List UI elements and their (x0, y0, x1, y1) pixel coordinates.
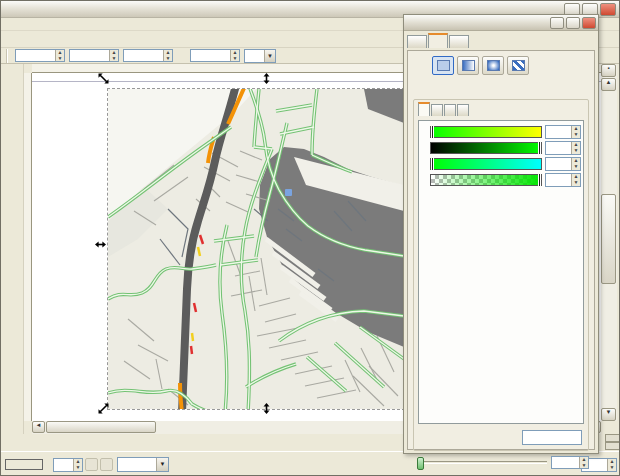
scroll-down-button[interactable]: ▼ (601, 408, 616, 421)
green-slider-row: ▲▼ (421, 140, 581, 155)
x-value[interactable] (16, 50, 55, 61)
chevron-down-icon: ▼ (156, 458, 168, 471)
lock-ratio-icon[interactable] (175, 50, 185, 62)
tab-stroke-style[interactable] (449, 35, 469, 48)
blue-value[interactable] (546, 158, 571, 170)
y-field[interactable]: ▲▼ (68, 49, 119, 62)
station-marker (285, 189, 292, 196)
y-spinner[interactable]: ▲▼ (109, 50, 118, 61)
blur-group: ▲▼ (413, 455, 589, 470)
scale-handle-bottom-left[interactable] (98, 403, 109, 414)
red-value[interactable] (546, 126, 571, 138)
layer-lock-icon[interactable] (100, 458, 113, 471)
palette-scroll (605, 434, 620, 450)
paint-mode-row (411, 54, 591, 76)
blur-slider[interactable] (417, 461, 547, 464)
fill-tab-icon (412, 38, 420, 46)
palette-scroll-left-button[interactable] (605, 434, 620, 442)
map-drawing[interactable] (108, 89, 404, 409)
flat-color-group: ▲▼ ▲▼ ▲▼ ▲▼ (413, 99, 589, 451)
inkscape-window: ▲▼ ▲▼ ▲▼ ▲▼ ▼ (0, 0, 620, 476)
scale-handle-left[interactable] (95, 239, 106, 250)
h-field[interactable]: ▲▼ (189, 49, 240, 62)
fill-stroke-indicator[interactable] (3, 459, 47, 470)
green-value[interactable] (546, 142, 571, 154)
toolbox (1, 64, 24, 434)
tab-wheel[interactable] (457, 104, 469, 116)
inkscape-logo-icon (406, 17, 417, 28)
w-field[interactable]: ▲▼ (122, 49, 173, 62)
dialog-tabs (404, 31, 598, 48)
dialog-minimize-button[interactable] (550, 17, 564, 29)
layer-name (118, 458, 156, 471)
alpha-slider-row: ▲▼ (421, 172, 581, 187)
layer-visibility-icon[interactable] (85, 458, 98, 471)
units-value (245, 50, 264, 62)
units-dropdown[interactable]: ▼ (244, 49, 276, 63)
green-spinner[interactable]: ▲▼ (571, 142, 580, 154)
horizontal-scroll-thumb[interactable] (46, 421, 156, 433)
h-spinner[interactable]: ▲▼ (230, 50, 239, 61)
stroke-style-tab-icon (454, 38, 462, 46)
alpha-slider[interactable] (430, 174, 542, 186)
red-slider[interactable] (430, 126, 542, 138)
opacity-spinner[interactable]: ▲▼ (53, 458, 83, 472)
dialog-maximize-button[interactable] (566, 17, 580, 29)
vertical-scrollbar[interactable]: ▪ ▲ ▼ (601, 64, 617, 421)
blue-slider-row: ▲▼ (421, 156, 581, 171)
y-value[interactable] (70, 50, 109, 61)
tab-hsl[interactable] (431, 104, 443, 116)
scroll-left-button[interactable]: ◄ (32, 421, 45, 433)
flat-color-button[interactable] (432, 56, 454, 75)
blue-slider[interactable] (430, 158, 542, 170)
green-slider[interactable] (430, 142, 542, 154)
dialog-title-bar[interactable] (404, 15, 598, 31)
close-button[interactable] (600, 3, 616, 16)
map-svg (108, 89, 404, 409)
vertical-scroll-thumb[interactable] (601, 194, 616, 284)
red-slider-row: ▲▼ (421, 124, 581, 139)
rgba-row (519, 430, 582, 445)
fill-swatch[interactable] (5, 459, 43, 470)
tab-stroke-paint[interactable] (428, 33, 448, 48)
blur-value[interactable] (552, 457, 579, 468)
rgb-slider-panel: ▲▼ ▲▼ ▲▼ ▲▼ (418, 120, 584, 424)
blur-spinner[interactable]: ▲▼ (579, 457, 588, 468)
ruler-corner (24, 64, 32, 73)
h-value[interactable] (191, 50, 230, 61)
linear-gradient-button[interactable] (457, 56, 479, 75)
dialog-close-button[interactable] (582, 17, 596, 29)
x-field[interactable]: ▲▼ (14, 49, 65, 62)
x-spinner[interactable]: ▲▼ (55, 50, 64, 61)
snap-toolbar-button[interactable]: ▪ (601, 64, 616, 77)
alpha-spinner[interactable]: ▲▼ (571, 174, 580, 186)
palette-scroll-right-button[interactable] (605, 442, 620, 450)
red-spinner[interactable]: ▲▼ (571, 126, 580, 138)
opacity-arrows[interactable]: ▲▼ (73, 459, 82, 471)
zoom-arrows[interactable]: ▲▼ (607, 459, 616, 471)
color-space-tabs (414, 100, 588, 116)
inkscape-logo-icon (4, 3, 16, 15)
opacity-value[interactable] (54, 459, 73, 471)
scale-handle-top-left[interactable] (98, 73, 109, 84)
pattern-button[interactable] (507, 56, 529, 75)
blue-spinner[interactable]: ▲▼ (571, 158, 580, 170)
vertical-ruler (24, 73, 32, 421)
tab-cmyk[interactable] (444, 104, 456, 116)
stroke-paint-tab-icon (433, 38, 441, 46)
tab-fill[interactable] (407, 35, 427, 48)
separator (6, 49, 8, 63)
w-value[interactable] (124, 50, 163, 61)
rgba-input[interactable] (522, 430, 582, 445)
scroll-up-button[interactable]: ▲ (601, 78, 616, 91)
layer-dropdown[interactable]: ▼ (117, 457, 169, 472)
chevron-down-icon: ▼ (264, 50, 275, 62)
tab-rgb[interactable] (418, 102, 430, 116)
stroke-paint-panel: ▲▼ ▲▼ ▲▼ ▲▼ (407, 50, 595, 450)
scale-handle-top[interactable] (261, 73, 272, 84)
fill-stroke-dialog: ▲▼ ▲▼ ▲▼ ▲▼ (403, 14, 599, 454)
scale-handle-bottom[interactable] (261, 403, 272, 414)
w-spinner[interactable]: ▲▼ (163, 50, 172, 61)
radial-gradient-button[interactable] (482, 56, 504, 75)
alpha-value[interactable] (546, 174, 571, 186)
